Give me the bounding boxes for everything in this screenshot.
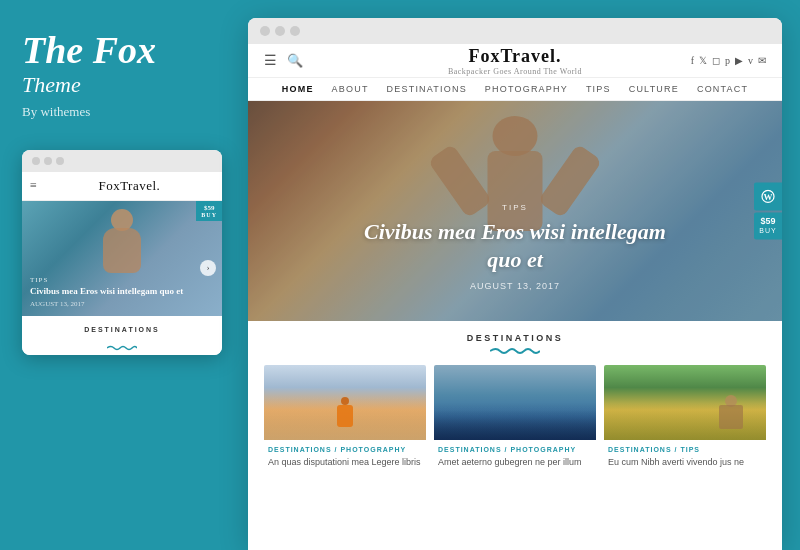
side-badges: W $59 BUY <box>754 182 782 239</box>
browser-dot-1 <box>260 26 270 36</box>
destinations-header: DESTINATIONS <box>264 333 766 355</box>
header-right: f 𝕏 ◻ p ▶ v ✉ <box>691 55 766 66</box>
mini-nav: ≡ FoxTravel. <box>22 172 222 201</box>
browser-dot-3 <box>290 26 300 36</box>
youtube-icon[interactable]: ▶ <box>735 55 743 66</box>
card-2: DESTINATIONS / PHOTOGRAPHY Amet aeterno … <box>434 365 596 473</box>
mini-hero-title: Civibus mea Eros wisi intellegam quo et <box>30 286 198 298</box>
browser-dot-2 <box>275 26 285 36</box>
svg-text:W: W <box>764 192 773 202</box>
mini-browser-preview: ≡ FoxTravel. TIPS Civibus mea Eros wisi … <box>22 150 222 355</box>
hero-section: TIPS Civibus mea Eros wisi intellegamquo… <box>248 101 782 321</box>
card-3-excerpt: Eu cum Nibh averti vivendo jus ne <box>608 456 762 469</box>
price-badge: $59 BUY <box>754 212 781 239</box>
pinterest-icon[interactable]: p <box>725 55 730 66</box>
hero-tips-badge: TIPS <box>248 203 782 212</box>
mini-hamburger-icon: ≡ <box>30 178 37 193</box>
card-2-image <box>434 365 596 440</box>
card-1-figure <box>336 397 354 432</box>
wordpress-badge: W <box>754 182 782 210</box>
nav-contact[interactable]: CONTACT <box>697 84 748 94</box>
card-3-figure <box>716 395 746 435</box>
mini-destinations-label: DESTINATIONS <box>30 326 214 333</box>
card-1: DESTINATIONS / PHOTOGRAPHY An quas dispu… <box>264 365 426 473</box>
mini-body <box>103 228 141 273</box>
card-3-image <box>604 365 766 440</box>
site-logo-name: FoxTravel. <box>448 46 582 67</box>
destinations-label: DESTINATIONS <box>264 333 766 343</box>
site-logo-tagline: Backpacker Goes Around The World <box>448 67 582 76</box>
header-search-icon[interactable]: 🔍 <box>287 53 303 69</box>
nav-home[interactable]: HOME <box>282 84 314 94</box>
mini-wave-icon <box>107 337 137 343</box>
browser-chrome-bar <box>248 18 782 44</box>
card-2-tag: DESTINATIONS / PHOTOGRAPHY <box>438 446 592 453</box>
mini-destinations: DESTINATIONS <box>22 316 222 355</box>
site-nav: HOME ABOUT DESTINATIONS PHOTOGRAPHY TIPS… <box>248 78 782 101</box>
theme-title: The Fox <box>22 30 156 72</box>
card-1-tag: DESTINATIONS / PHOTOGRAPHY <box>268 446 422 453</box>
theme-subtitle: Theme <box>22 72 81 98</box>
instagram-icon[interactable]: ◻ <box>712 55 720 66</box>
main-browser: ☰ 🔍 FoxTravel. Backpacker Goes Around Th… <box>248 18 782 550</box>
card-2-excerpt: Amet aeterno gubegren ne per illum <box>438 456 592 469</box>
card-3-tag: DESTINATIONS / TIPS <box>608 446 762 453</box>
mini-tips-badge: TIPS <box>30 276 198 284</box>
card-3: DESTINATIONS / TIPS Eu cum Nibh averti v… <box>604 365 766 473</box>
card-2-body: DESTINATIONS / PHOTOGRAPHY Amet aeterno … <box>434 440 596 473</box>
mini-hero-figure <box>103 209 141 273</box>
mini-logo: FoxTravel. <box>45 178 214 194</box>
mini-hero-text: TIPS Civibus mea Eros wisi intellegam qu… <box>30 276 198 308</box>
twitter-icon[interactable]: 𝕏 <box>699 55 707 66</box>
hero-text: TIPS Civibus mea Eros wisi intellegamquo… <box>248 203 782 291</box>
hamburger-icon[interactable]: ☰ <box>264 52 277 69</box>
left-panel: The Fox Theme By withemes ≡ FoxTravel. <box>0 0 248 550</box>
hero-title: Civibus mea Eros wisi intellegamquo et <box>248 218 782 275</box>
site-header: ☰ 🔍 FoxTravel. Backpacker Goes Around Th… <box>248 44 782 78</box>
mini-arrow-btn[interactable]: › <box>200 260 216 276</box>
mini-browser-bar <box>22 150 222 172</box>
vimeo-icon[interactable]: v <box>748 55 753 66</box>
nav-photography[interactable]: PHOTOGRAPHY <box>485 84 568 94</box>
mini-dot-1 <box>32 157 40 165</box>
card-1-excerpt: An quas disputationi mea Legere libris <box>268 456 422 469</box>
card-1-image <box>264 365 426 440</box>
author-label: By withemes <box>22 104 90 120</box>
cards-row: DESTINATIONS / PHOTOGRAPHY An quas dispu… <box>264 365 766 473</box>
facebook-icon[interactable]: f <box>691 55 694 66</box>
mini-hero-date: AUGUST 13, 2017 <box>30 300 198 308</box>
email-icon[interactable]: ✉ <box>758 55 766 66</box>
hero-date: AUGUST 13, 2017 <box>248 281 782 291</box>
nav-destinations[interactable]: DESTINATIONS <box>387 84 467 94</box>
site-logo: FoxTravel. Backpacker Goes Around The Wo… <box>448 46 582 76</box>
header-left: ☰ 🔍 <box>264 52 303 69</box>
nav-tips[interactable]: TIPS <box>586 84 611 94</box>
mini-dot-2 <box>44 157 52 165</box>
mini-hero: TIPS Civibus mea Eros wisi intellegam qu… <box>22 201 222 316</box>
card-3-body: DESTINATIONS / TIPS Eu cum Nibh averti v… <box>604 440 766 473</box>
nav-culture[interactable]: CULTURE <box>629 84 679 94</box>
mini-browser-content: ≡ FoxTravel. TIPS Civibus mea Eros wisi … <box>22 172 222 355</box>
card-1-body: DESTINATIONS / PHOTOGRAPHY An quas dispu… <box>264 440 426 473</box>
nav-about[interactable]: ABOUT <box>332 84 369 94</box>
destinations-section: DESTINATIONS DESTINATIONS / PHOTOGRAPHY <box>248 321 782 481</box>
mini-dot-3 <box>56 157 64 165</box>
destinations-wave <box>490 347 540 355</box>
mini-price-badge: $59 BUY <box>196 201 222 221</box>
